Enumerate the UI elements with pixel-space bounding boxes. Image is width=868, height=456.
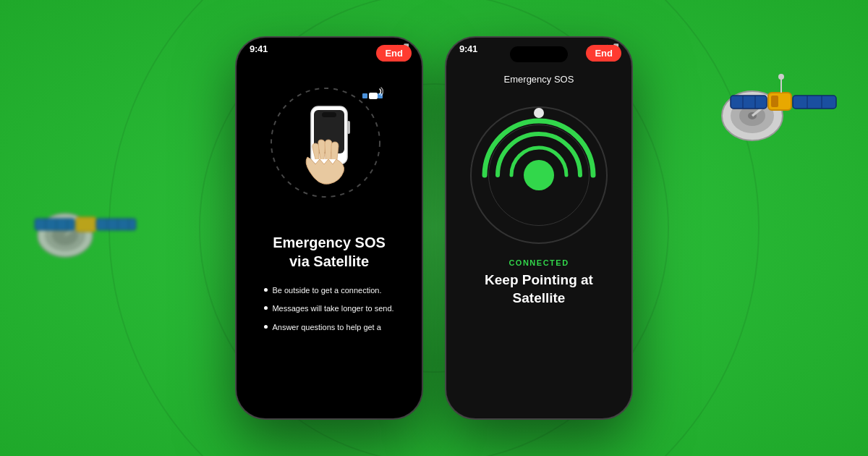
satellite-small-indicator [362, 87, 383, 110]
phone-1: 9:41 SOS ✦ ▓ End [235, 36, 423, 420]
svg-rect-31 [369, 93, 378, 99]
end-button-1[interactable]: End [376, 45, 412, 62]
bullet-dot-2 [264, 306, 268, 310]
bullet-3: Answer questions to help get a [264, 322, 393, 333]
svg-rect-6 [96, 219, 136, 230]
satellite-left [22, 188, 152, 282]
phone-2: 9:41 SOS ✦ ▓ Emergency SOS End [445, 36, 633, 420]
hand-phone-svg [297, 103, 362, 190]
svg-rect-25 [793, 96, 836, 109]
svg-rect-22 [731, 96, 767, 109]
signal-dot-center [524, 160, 554, 190]
svg-rect-21 [771, 96, 778, 107]
end-button-2[interactable]: End [586, 45, 621, 62]
bullet-dot-3 [264, 325, 268, 329]
bullet-2: Messages will take longer to send. [264, 303, 393, 314]
svg-rect-37 [322, 112, 336, 117]
svg-point-29 [778, 74, 784, 80]
svg-rect-5 [76, 217, 96, 232]
connected-label: CONNECTED [485, 258, 593, 267]
svg-rect-10 [35, 219, 75, 230]
dynamic-island-2 [510, 46, 568, 62]
pointing-title: Keep Pointing atSatellite [485, 271, 593, 307]
satellite-right [716, 58, 861, 166]
phone1-content: 9:41 SOS ✦ ▓ End [237, 38, 422, 418]
svg-rect-36 [347, 121, 350, 134]
status-time-1: 9:41 [250, 43, 268, 54]
satellite-position-dot [534, 108, 544, 118]
dynamic-island-1 [300, 46, 358, 62]
bullet-dot-1 [264, 288, 268, 292]
svg-rect-33 [362, 93, 367, 98]
radar-container [470, 106, 608, 244]
phone1-bullets: Be outside to get a connection. Messages… [248, 285, 409, 340]
phones-container: 9:41 SOS ✦ ▓ End [235, 36, 633, 420]
phone2-content: 9:41 SOS ✦ ▓ Emergency SOS End [446, 38, 631, 418]
phone2-status: CONNECTED Keep Pointing atSatellite [485, 258, 593, 307]
phone1-title: Emergency SOSvia Satellite [258, 233, 400, 271]
status-time-2: 9:41 [459, 43, 477, 54]
phone1-illustration [264, 81, 394, 211]
bullet-1: Be outside to get a connection. [264, 285, 393, 296]
